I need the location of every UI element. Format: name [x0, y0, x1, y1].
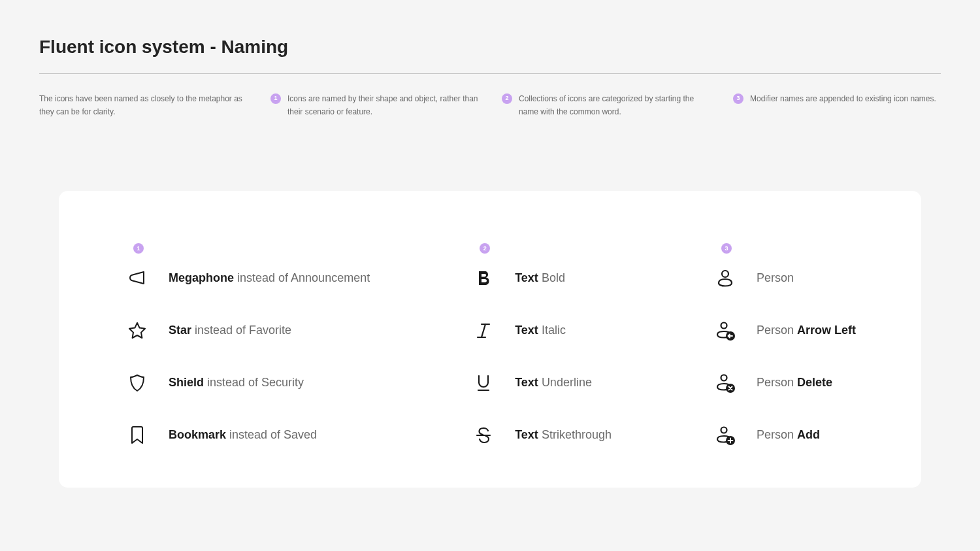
- example-text-underline: Text Underline: [470, 370, 612, 396]
- divider: [39, 73, 941, 74]
- megaphone-icon: [124, 265, 150, 292]
- person-add-label: Person Add: [757, 428, 820, 442]
- person-add-icon: [712, 422, 738, 448]
- person-delete-icon: [712, 370, 738, 396]
- person-icon: [712, 265, 738, 292]
- text-bold-label: Text Bold: [515, 271, 565, 285]
- example-text-italic: Text Italic: [470, 318, 612, 344]
- person-label: Person: [757, 271, 794, 285]
- page-title: Fluent icon system - Naming: [39, 37, 941, 58]
- principle-3-text: Modifier names are appended to existing …: [750, 92, 936, 105]
- example-person-arrow-left: Person Arrow Left: [712, 318, 856, 344]
- col-badge-1-icon: 1: [133, 243, 144, 254]
- principle-2: 2 Collections of icons are categorized b…: [502, 92, 710, 119]
- example-person-delete: Person Delete: [712, 370, 856, 396]
- example-bookmark: Bookmark instead of Saved: [124, 422, 370, 448]
- intro-note: The icons have been named as closely to …: [39, 92, 247, 119]
- star-icon: [124, 318, 150, 344]
- principles-row: The icons have been named as closely to …: [39, 92, 941, 119]
- column-modifier: 3 Person Person Arrow Left: [712, 243, 856, 448]
- principle-1: 1 Icons are named by their shape and obj…: [270, 92, 478, 119]
- badge-1-icon: 1: [270, 93, 281, 104]
- bookmark-label: Bookmark instead of Saved: [169, 428, 317, 442]
- shield-icon: [124, 370, 150, 396]
- shield-label: Shield instead of Security: [169, 376, 304, 390]
- principle-2-text: Collections of icons are categorized by …: [519, 92, 710, 119]
- examples-card: 1 Megaphone instead of Announcement Star…: [59, 191, 921, 488]
- example-person-add: Person Add: [712, 422, 856, 448]
- column-shape: 1 Megaphone instead of Announcement Star…: [124, 243, 370, 448]
- text-strike-label: Text Strikethrough: [515, 428, 612, 442]
- person-arrow-left-icon: [712, 318, 738, 344]
- star-label: Star instead of Favorite: [169, 324, 291, 337]
- text-italic-icon: [470, 318, 497, 344]
- person-delete-label: Person Delete: [757, 376, 832, 390]
- text-underline-label: Text Underline: [515, 376, 592, 390]
- example-shield: Shield instead of Security: [124, 370, 370, 396]
- intro-text: The icons have been named as closely to …: [39, 94, 242, 116]
- column-collection: 2 Text Bold Text Italic Text Underline T…: [470, 243, 612, 448]
- bookmark-icon: [124, 422, 150, 448]
- col-badge-3-icon: 3: [721, 243, 732, 254]
- principle-3: 3 Modifier names are appended to existin…: [733, 92, 941, 119]
- badge-3-icon: 3: [733, 93, 743, 104]
- badge-2-icon: 2: [502, 93, 512, 104]
- text-bold-icon: [470, 265, 497, 292]
- text-underline-icon: [470, 370, 497, 396]
- example-person: Person: [712, 265, 856, 292]
- example-text-strike: Text Strikethrough: [470, 422, 612, 448]
- megaphone-label: Megaphone instead of Announcement: [169, 271, 370, 285]
- text-italic-label: Text Italic: [515, 324, 566, 337]
- person-arrow-left-label: Person Arrow Left: [757, 324, 856, 337]
- text-strikethrough-icon: [470, 422, 497, 448]
- example-star: Star instead of Favorite: [124, 318, 370, 344]
- example-megaphone: Megaphone instead of Announcement: [124, 265, 370, 292]
- col-badge-2-icon: 2: [480, 243, 490, 254]
- principle-1-text: Icons are named by their shape and objec…: [287, 92, 478, 119]
- example-text-bold: Text Bold: [470, 265, 612, 292]
